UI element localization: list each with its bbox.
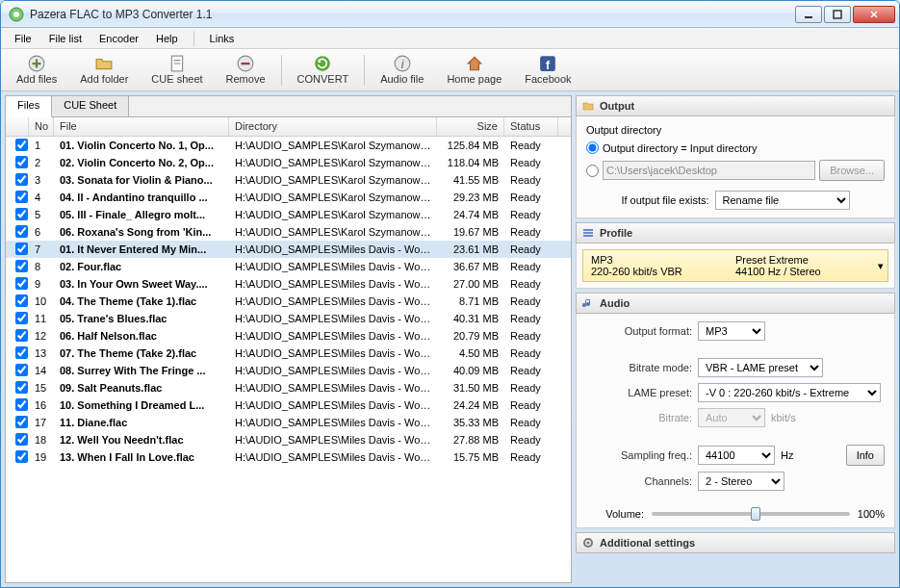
home-page-button[interactable]: Home page: [437, 51, 511, 89]
remove-button[interactable]: Remove: [217, 51, 275, 89]
volume-slider[interactable]: [652, 512, 850, 516]
table-row[interactable]: 101. Violin Concerto No. 1, Op...H:\AUDI…: [6, 137, 571, 154]
row-status: Ready: [504, 381, 558, 395]
row-checkbox[interactable]: [15, 277, 28, 290]
row-checkbox[interactable]: [15, 329, 28, 342]
row-checkbox[interactable]: [15, 191, 28, 203]
slider-thumb[interactable]: [751, 507, 760, 521]
table-row[interactable]: 903. In Your Own Sweet Way....H:\AUDIO_S…: [6, 275, 571, 293]
menu-encoder[interactable]: Encoder: [91, 31, 146, 46]
row-size: 20.79 MB: [437, 329, 504, 343]
table-row[interactable]: 404. II - Andantino tranquillo ...H:\AUD…: [6, 189, 571, 206]
row-no: 3: [29, 173, 54, 187]
titlebar[interactable]: Pazera FLAC to MP3 Converter 1.1: [1, 1, 899, 28]
row-checkbox[interactable]: [15, 294, 28, 307]
table-row[interactable]: 1004. The Theme (Take 1).flacH:\AUDIO_SA…: [6, 293, 571, 310]
close-button[interactable]: [853, 6, 895, 23]
column-status[interactable]: Status: [504, 117, 558, 136]
folder-icon: [95, 55, 113, 72]
outdir-same-label: Output directory = Input directory: [603, 142, 758, 154]
maximize-button[interactable]: [824, 6, 851, 23]
tab-files[interactable]: Files: [6, 96, 52, 117]
row-status: Ready: [504, 364, 558, 377]
column-no[interactable]: No: [29, 117, 54, 136]
row-directory: H:\AUDIO_SAMPLES\Karol Szymanowski...: [229, 139, 437, 152]
row-size: 15.75 MB: [437, 450, 504, 464]
table-row[interactable]: 1105. Trane's Blues.flacH:\AUDIO_SAMPLES…: [6, 310, 571, 327]
channels-select[interactable]: 2 - Stereo: [698, 472, 784, 491]
table-row[interactable]: 1206. Half Nelson.flacH:\AUDIO_SAMPLES\M…: [6, 327, 571, 345]
table-row[interactable]: 701. It Never Entered My Min...H:\AUDIO_…: [6, 241, 571, 258]
output-panel-header[interactable]: Output: [576, 95, 895, 116]
table-row[interactable]: 1711. Diane.flacH:\AUDIO_SAMPLES\Miles D…: [6, 414, 571, 431]
row-checkbox[interactable]: [15, 450, 28, 463]
lame-preset-select[interactable]: -V 0 : 220-260 kbit/s - Extreme: [698, 383, 881, 402]
list-body[interactable]: 101. Violin Concerto No. 1, Op...H:\AUDI…: [6, 137, 571, 582]
row-checkbox[interactable]: [15, 312, 28, 324]
bitrate-select: Auto: [698, 408, 765, 427]
outdir-path-input[interactable]: [603, 161, 815, 180]
row-checkbox[interactable]: [15, 346, 28, 359]
audio-file-button[interactable]: i Audio file: [371, 51, 433, 89]
menu-filelist[interactable]: File list: [41, 31, 90, 46]
table-row[interactable]: 202. Violin Concerto No. 2, Op...H:\AUDI…: [6, 154, 571, 171]
row-no: 7: [29, 243, 54, 256]
cue-sheet-button[interactable]: CUE sheet: [141, 51, 212, 89]
row-checkbox[interactable]: [15, 364, 28, 376]
row-checkbox[interactable]: [15, 139, 28, 151]
table-row[interactable]: 802. Four.flacH:\AUDIO_SAMPLES\Miles Dav…: [6, 258, 571, 275]
row-checkbox[interactable]: [15, 225, 28, 238]
outdir-custom-radio[interactable]: [586, 165, 599, 177]
row-checkbox[interactable]: [15, 208, 28, 220]
svg-point-1: [13, 12, 19, 17]
row-status: Ready: [504, 173, 558, 187]
profile-selector[interactable]: MP3 220-260 kbit/s VBR Preset Extreme 44…: [582, 249, 888, 282]
table-row[interactable]: 1812. Well You Needn't.flacH:\AUDIO_SAMP…: [6, 431, 571, 448]
profile-panel-header[interactable]: Profile: [576, 222, 895, 243]
row-checkbox[interactable]: [15, 433, 28, 446]
table-row[interactable]: 1509. Salt Peanuts.flacH:\AUDIO_SAMPLES\…: [6, 379, 571, 396]
audio-panel-body: Output format: MP3 Bitrate mode: VBR - L…: [576, 314, 895, 528]
add-folder-button[interactable]: Add folder: [70, 51, 138, 89]
table-row[interactable]: 1610. Something I Dreamed L...H:\AUDIO_S…: [6, 396, 571, 414]
menu-file[interactable]: File: [7, 31, 39, 46]
outdir-same-radio[interactable]: [586, 141, 599, 154]
info-button[interactable]: Info: [846, 445, 885, 466]
row-directory: H:\AUDIO_SAMPLES\Miles Davis - Worki...: [229, 312, 437, 325]
table-row[interactable]: 303. Sonata for Violin & Piano...H:\AUDI…: [6, 171, 571, 189]
convert-button[interactable]: CONVERT: [288, 51, 359, 89]
column-directory[interactable]: Directory: [229, 117, 437, 136]
row-directory: H:\AUDIO_SAMPLES\Miles Davis - Worki...: [229, 260, 437, 273]
add-files-button[interactable]: Add files: [7, 51, 66, 89]
column-file[interactable]: File: [54, 117, 229, 136]
browse-button[interactable]: Browse...: [819, 160, 885, 181]
row-checkbox[interactable]: [15, 260, 28, 272]
additional-settings-header[interactable]: Additional settings: [576, 532, 895, 553]
table-row[interactable]: 606. Roxana's Song from 'Kin...H:\AUDIO_…: [6, 223, 571, 241]
if-exists-select[interactable]: Rename file: [715, 191, 850, 210]
table-row[interactable]: 1408. Surrey With The Fringe ...H:\AUDIO…: [6, 362, 571, 379]
sampling-select[interactable]: 44100: [698, 446, 775, 465]
minimize-button[interactable]: [795, 6, 822, 23]
svg-rect-3: [834, 11, 841, 18]
row-directory: H:\AUDIO_SAMPLES\Miles Davis - Worki...: [229, 364, 437, 377]
table-row[interactable]: 1913. When I Fall In Love.flacH:\AUDIO_S…: [6, 448, 571, 466]
menu-links[interactable]: Links: [202, 31, 243, 46]
row-no: 14: [29, 364, 54, 377]
menu-help[interactable]: Help: [148, 31, 186, 46]
row-checkbox[interactable]: [15, 381, 28, 394]
table-row[interactable]: 1307. The Theme (Take 2).flacH:\AUDIO_SA…: [6, 345, 571, 362]
column-checkbox[interactable]: [6, 117, 29, 136]
row-checkbox[interactable]: [15, 416, 28, 428]
column-size[interactable]: Size: [437, 117, 504, 136]
facebook-button[interactable]: f Facebook: [515, 51, 580, 89]
bitrate-mode-select[interactable]: VBR - LAME preset: [698, 358, 823, 377]
row-checkbox[interactable]: [15, 173, 28, 186]
tab-cue-sheet[interactable]: CUE Sheet: [52, 96, 129, 116]
row-checkbox[interactable]: [15, 156, 28, 168]
row-checkbox[interactable]: [15, 243, 28, 255]
table-row[interactable]: 505. III - Finale_ Allegro molt...H:\AUD…: [6, 206, 571, 223]
row-checkbox[interactable]: [15, 398, 28, 411]
audio-panel-header[interactable]: Audio: [576, 293, 895, 314]
output-format-select[interactable]: MP3: [698, 321, 765, 341]
